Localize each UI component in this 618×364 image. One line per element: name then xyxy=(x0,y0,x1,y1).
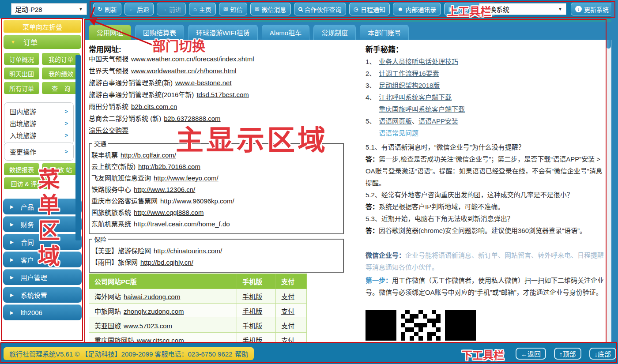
tip-link[interactable]: 重庆国旅呼叫系统客户端下载 xyxy=(379,105,465,113)
link[interactable]: http://www.cqgl888.com xyxy=(134,209,203,216)
sms-button[interactable]: ✉ 短信 xyxy=(219,3,247,15)
all-orders-button[interactable]: 所有订单 xyxy=(4,82,39,94)
sidebar-item-change-operations[interactable]: 变更操作 > xyxy=(4,146,73,158)
recycle-bin-button[interactable]: 回 收 站 xyxy=(42,163,80,175)
tip-link[interactable]: 语语APP安装 xyxy=(418,117,458,125)
mobile-link[interactable]: 手机版 xyxy=(242,308,262,315)
data-report-button[interactable]: 数据报表 xyxy=(4,163,39,175)
pay-link[interactable]: 支付 xyxy=(281,337,294,344)
link[interactable]: http://www.feeyo.com/ xyxy=(154,174,219,182)
mobile-link[interactable]: 手机版 xyxy=(242,293,262,300)
link[interactable]: b2b.63728888.com xyxy=(164,115,220,122)
order-overview-button[interactable]: 订单概况 xyxy=(4,53,39,65)
mobile-link[interactable]: 手机版 xyxy=(242,337,262,344)
link[interactable]: b2b.cits.com.cn xyxy=(131,103,177,110)
query-button[interactable]: 查 询 xyxy=(42,82,80,94)
my-orders-button[interactable]: 我的订单 xyxy=(42,53,80,65)
link[interactable]: http://travel.ceair.com/home_f.do xyxy=(134,220,230,228)
tip-link[interactable]: 计调工作流程16要素 xyxy=(379,70,439,77)
refresh-button[interactable]: ↻ 刷新 xyxy=(93,3,121,15)
collapse-menu-button[interactable]: 菜单向左折叠 xyxy=(4,20,81,33)
sidebar-item-contract[interactable]: ▶ 合同 xyxy=(3,234,82,250)
tab-common-urls[interactable]: 常用网址 xyxy=(89,25,131,40)
tab-group-settlement[interactable]: 团购结算表 xyxy=(135,25,184,40)
main-scrollbar-track[interactable] xyxy=(606,19,611,343)
tips-list: 1、业务人员接听电话处理技巧 2、计调工作流程16要素 3、足动组织架构2018… xyxy=(366,56,465,139)
link[interactable]: www.e-bestone.net xyxy=(175,79,232,86)
tab-regulations[interactable]: 常规制度 xyxy=(313,25,356,40)
link[interactable]: www.weather.com.cn/forecast/index.shtml xyxy=(131,55,254,63)
link[interactable]: http://chinatourins.com/ xyxy=(154,247,222,255)
tip-link[interactable]: 业务人员接听电话处理技巧 xyxy=(379,58,458,65)
update-system-button[interactable]: ↓ 更新系统 xyxy=(571,3,613,15)
tab-wifi-rental[interactable]: 环球漫游WIFI租赁 xyxy=(188,25,258,40)
teal-divider xyxy=(85,19,611,22)
link[interactable]: http://www.12306.cn/ xyxy=(134,186,195,193)
wechat-message-button[interactable]: ✉ 微信消息 xyxy=(250,3,291,15)
link-row: 国旅航旅系统http://www.cqgl888.com xyxy=(91,207,339,218)
chevron-right-icon: > xyxy=(64,120,68,127)
link[interactable]: haiwai.zudong.com xyxy=(124,293,180,300)
link[interactable]: www.citscq.com xyxy=(137,337,184,344)
wechat-enterprise-paragraph: 微信企业号：企业号能将语语新消息、新订单、网站留言、转外呼来电、日程提醒等消息通… xyxy=(366,249,606,273)
link-row: 旅游百事通分销管理系统(2016年新)tdsd.517best.com xyxy=(89,89,254,101)
tab-alamo-car[interactable]: Alamo租车 xyxy=(262,25,310,40)
sidebar-item-system-settings[interactable]: ▶ 系统设置 xyxy=(3,287,82,303)
faq-section-link[interactable]: 语语常见问题 xyxy=(379,129,418,137)
tomorrow-departure-button[interactable]: 明天出团 xyxy=(4,68,39,79)
link[interactable]: zhonglv.zudong.com xyxy=(124,308,184,315)
sidebar-item-finance[interactable]: ▶ 财务 xyxy=(3,216,82,232)
back-button[interactable]: ← 后退 xyxy=(124,3,154,15)
link[interactable]: www.57023.com xyxy=(124,322,172,330)
sidebar-scrollbar-thumb[interactable] xyxy=(75,55,81,240)
link[interactable]: http://bd.cqjhly.cn/ xyxy=(140,259,193,266)
tab-department-accounts[interactable]: 本部门账号 xyxy=(360,25,409,40)
collapse-menu-label: 菜单向左折叠 xyxy=(23,22,62,31)
tip-link[interactable]: 足动组织架构2018版 xyxy=(379,82,440,89)
button-label: 日程通知 xyxy=(361,5,385,14)
back-icon: ← xyxy=(129,6,135,12)
link[interactable]: tdsd.517best.com xyxy=(196,91,249,98)
sidebar-item-outbound-tour[interactable]: 出境旅游 > xyxy=(4,117,73,129)
system-switch-value: 切换系统 xyxy=(483,4,509,14)
sidebar-item-product[interactable]: ▶ 产品 xyxy=(3,199,82,214)
scroll-bottom-button[interactable]: ↓底部 xyxy=(589,348,617,360)
sidebar-section-orders[interactable]: ▼ 订单 xyxy=(4,35,81,49)
home-button[interactable]: ⌂ 主页 xyxy=(189,3,216,15)
department-dropdown[interactable]: 足动-P28 ▼ xyxy=(11,3,87,15)
link[interactable]: http://www.96096kp.com/ xyxy=(160,197,234,205)
sidebar-item-lth2006[interactable]: ▶ lth2006 xyxy=(3,304,82,320)
callback-review-button[interactable]: 回访 & 评价 xyxy=(4,177,50,189)
partner-search-button[interactable]: 合作伙伴查询 xyxy=(294,3,346,15)
system-switch-dropdown[interactable]: 切换系统 ▼ xyxy=(479,3,566,15)
pay-link[interactable]: 支付 xyxy=(281,322,294,330)
system-info-text: 旅行社管理系统V5.61 © 【足动科技】2009-2099 客服电话：023-… xyxy=(9,349,232,358)
sidebar-item-user-management[interactable]: ▶ 用户管理 xyxy=(3,269,82,285)
section-label: 订单 xyxy=(23,37,38,47)
tip-row: 语语常见问题 xyxy=(366,127,465,139)
refresh-icon: ↻ xyxy=(98,6,102,12)
pay-link[interactable]: 支付 xyxy=(281,293,294,300)
faq-question: 5.1、有语语新消息时，“微信企业号”为什么没有提醒？ xyxy=(366,141,606,153)
sidebar-item-inbound-tour[interactable]: 入境旅游 > xyxy=(4,129,73,141)
table-row: 中旅网站zhonglv.zudong.com 手机版 支付 xyxy=(89,304,307,318)
step-one-link[interactable]: 第一步： xyxy=(366,277,392,284)
internal-contacts-button[interactable]: ☻ 内部通讯录 xyxy=(393,3,441,15)
tip-link[interactable]: 语语网页版 xyxy=(379,117,412,125)
tip-link[interactable]: 江北呼叫系统客户端下载 xyxy=(379,94,452,101)
scroll-top-button[interactable]: ↑顶部 xyxy=(554,348,581,360)
mobile-link[interactable]: 手机版 xyxy=(242,322,262,330)
triangle-right-icon: ▶ xyxy=(10,257,14,262)
return-button[interactable]: ←返回 xyxy=(516,348,546,360)
link-row: 【美亚】旅游保险网http://chinatourins.com/ xyxy=(91,245,339,257)
sidebar-item-domestic-tour[interactable]: 国内旅游 > xyxy=(4,105,73,117)
link[interactable]: www.worldweather.cn/zh/home.html xyxy=(131,67,236,75)
sidebar-item-customer[interactable]: ▶ 客户 xyxy=(3,251,82,267)
link[interactable]: http://b2b.70168.com xyxy=(138,163,200,170)
link[interactable]: http://b.cqlfair.com/ xyxy=(121,151,176,159)
help-link[interactable]: 帮助 xyxy=(235,349,248,358)
link[interactable]: 渝乐公交购票 xyxy=(89,127,128,134)
schedule-notice-button[interactable]: ◷ 日程通知 xyxy=(349,3,390,15)
pay-link[interactable]: 支付 xyxy=(281,308,294,315)
my-performance-button[interactable]: 我的绩效 xyxy=(42,68,80,79)
